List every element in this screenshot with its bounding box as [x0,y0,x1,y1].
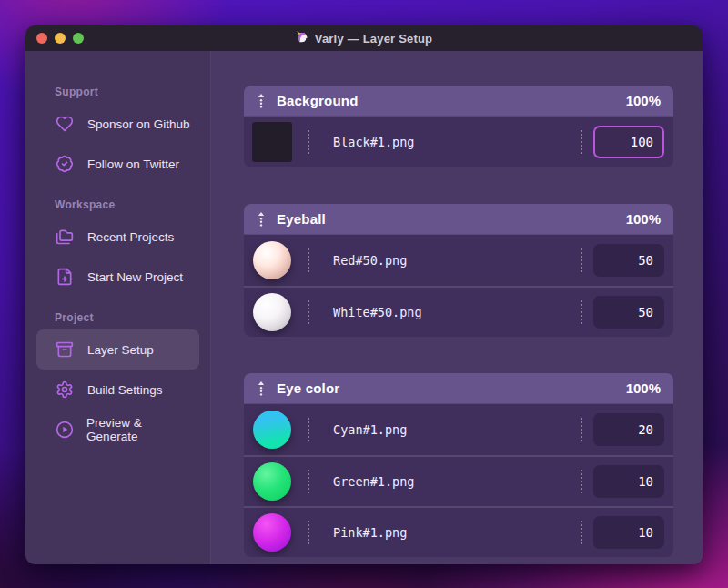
layer-thumbnail-box [251,121,293,163]
row-drag-dots-icon[interactable] [308,130,309,154]
layer-row-green-1-png[interactable]: Green#1.png [244,455,673,506]
layer-thumbnail-box [251,409,293,451]
layer-weight-input[interactable] [593,126,664,158]
row-drag-dots-icon[interactable] [308,418,309,441]
sidebar-section: Project Layer Setup Build Settings Previ… [36,311,199,450]
layer-file-name: Green#1.png [333,474,581,489]
layer-group-background: Background 100% Black#1.png [244,86,673,167]
layer-weight-input[interactable] [593,413,664,446]
layer-weight-input[interactable] [593,244,664,277]
sidebar-item-label: Sponsor on Github [87,117,190,131]
drag-handle-icon[interactable] [257,380,266,397]
sidebar-item-sponsor-on-github[interactable]: Sponsor on Github [36,104,199,144]
layer-file-name: Pink#1.png [333,525,581,540]
layer-row-pink-1-png[interactable]: Pink#1.png [244,506,673,557]
zoom-button[interactable] [73,33,84,44]
layer-thumbnail-box [251,461,293,502]
row-drag-dots-icon[interactable] [308,300,309,324]
sidebar-section-items: Recent Projects Start New Project [36,217,199,297]
layer-weight-input[interactable] [593,465,664,498]
sidebar-section: Workspace Recent Projects Start New Proj… [36,198,199,297]
window-controls [36,25,84,51]
layer-group-weight: 100% [626,380,661,396]
layer-thumbnail-box [251,291,293,333]
green-ball-thumbnail [253,462,291,501]
sidebar-item-follow-on-twitter[interactable]: Follow on Twitter [36,144,199,184]
file-plus-icon [55,267,75,287]
sidebar-section: Support Sponsor on Github Follow on Twit… [36,86,199,184]
value-drag-dots-icon[interactable] [581,521,582,544]
layer-group-header: Eye color 100% [244,373,673,404]
sidebar-item-label: Layer Setup [87,343,154,357]
sidebar-section-label: Workspace [55,198,199,211]
close-button[interactable] [36,33,47,44]
minimize-button[interactable] [55,33,66,44]
value-drag-dots-icon[interactable] [581,470,582,493]
value-drag-dots-icon[interactable] [581,248,582,272]
layer-row-cyan-1-png[interactable]: Cyan#1.png [244,404,673,455]
layer-weight-input[interactable] [593,516,664,549]
sidebar-section-items: Layer Setup Build Settings Preview & Gen… [36,329,199,450]
layer-row-black-1-png[interactable]: Black#1.png [244,117,673,167]
sidebar-item-label: Start New Project [87,270,183,284]
titlebar[interactable]: Varly — Layer Setup [25,25,703,51]
value-drag-dots-icon[interactable] [581,300,582,324]
value-drag-dots-icon[interactable] [581,418,582,441]
window-title-text: Varly — Layer Setup [315,32,433,46]
sidebar-section-label: Support [55,86,199,98]
sidebar-item-label: Follow on Twitter [87,157,179,171]
sidebar-item-preview-generate[interactable]: Preview & Generate [36,410,199,450]
white-sphere-thumbnail [253,293,291,331]
sidebar-item-start-new-project[interactable]: Start New Project [36,257,199,297]
sidebar-item-label: Preview & Generate [86,416,192,443]
gear-icon [55,380,75,400]
sidebar-item-build-settings[interactable]: Build Settings [36,370,199,410]
layer-row-red-50-png[interactable]: Red#50.png [244,235,673,286]
row-drag-dots-icon[interactable] [308,470,309,493]
layer-group-eye-color: Eye color 100% Cyan#1.png Green#1.png Pi… [244,373,673,557]
layer-file-name: Black#1.png [333,135,581,149]
layer-row-white-50-png[interactable]: White#50.png [244,286,673,337]
layers-scroll[interactable]: Background 100% Black#1.png Eyeball 100%… [211,51,703,564]
layer-group-header: Background 100% [244,86,673,117]
layer-file-name: Cyan#1.png [333,422,581,437]
layer-weight-input[interactable] [593,296,664,329]
sidebar-section-label: Project [55,311,199,324]
folders-icon [55,227,75,247]
layer-group-name: Background [277,93,359,108]
red-sphere-thumbnail [253,241,291,279]
pink-ball-thumbnail [253,513,291,552]
sidebar: Support Sponsor on Github Follow on Twit… [25,51,211,564]
archive-icon [55,340,75,360]
layer-group-weight: 100% [626,93,661,108]
heart-icon [55,114,75,134]
sidebar-section-items: Sponsor on Github Follow on Twitter [36,104,199,184]
drag-handle-icon[interactable] [257,211,266,228]
layer-thumbnail-box [251,239,293,281]
layer-file-name: White#50.png [333,305,581,319]
layer-group-header: Eyeball 100% [244,204,673,235]
sidebar-item-recent-projects[interactable]: Recent Projects [36,217,199,257]
layer-group-name: Eyeball [277,211,326,227]
value-drag-dots-icon[interactable] [581,130,582,154]
row-drag-dots-icon[interactable] [308,248,309,272]
badge-check-icon [55,154,75,174]
drag-handle-icon[interactable] [257,93,266,109]
sidebar-item-label: Recent Projects [87,230,174,244]
sidebar-item-layer-setup[interactable]: Layer Setup [36,329,199,370]
row-drag-dots-icon[interactable] [308,521,309,544]
app-window: Varly — Layer Setup Support Sponsor on G… [25,25,703,564]
layer-group-weight: 100% [626,211,661,227]
black-square-thumbnail [252,122,292,162]
layer-group-eyeball: Eyeball 100% Red#50.png White#50.png [244,204,673,337]
layer-group-name: Eye color [277,380,339,396]
window-title: Varly — Layer Setup [296,30,433,46]
layer-thumbnail-box [251,512,293,553]
layer-file-name: Red#50.png [333,253,581,268]
layer-group-rows: Cyan#1.png Green#1.png Pink#1.png [244,404,673,557]
sidebar-item-label: Build Settings [87,383,163,397]
play-circle-icon [55,420,74,440]
unicorn-icon [296,30,309,46]
layer-group-rows: Black#1.png [244,117,673,167]
cyan-ball-thumbnail [253,411,291,449]
